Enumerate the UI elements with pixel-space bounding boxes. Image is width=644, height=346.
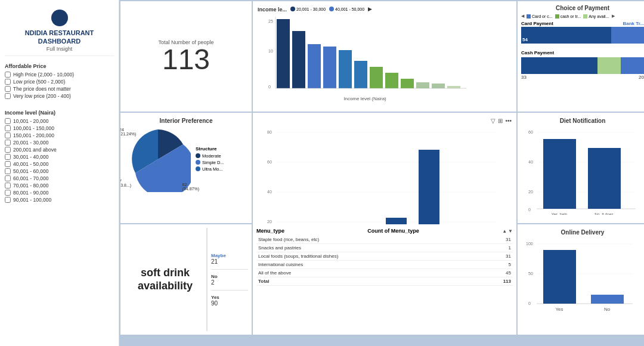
foodtaste-toolbar: ▽ ⊞ ••• (258, 118, 512, 124)
pie-dot-moderate (196, 153, 200, 158)
payment-legend: ◀ Card or c... cash or tr... Any avail..… (521, 14, 644, 18)
softdrink-text: soft drink availability (124, 267, 206, 292)
svg-text:50: 50 (528, 271, 533, 276)
income-filter: Income level (Naira) 10,001 - 20,000 100… (5, 107, 114, 206)
svg-text:60: 60 (528, 130, 533, 134)
svg-rect-46 (588, 148, 621, 209)
svg-text:40: 40 (267, 190, 272, 194)
svg-rect-6 (323, 47, 336, 88)
menu-count-3: 31 (482, 252, 513, 261)
softdrink-no: No 2 (211, 274, 248, 286)
online-delivery-card: Online Delivery 100 50 0 Yes No (518, 224, 644, 335)
svg-text:25: 25 (268, 19, 273, 23)
menu-count-1: 31 (482, 236, 513, 244)
affordable-check-3[interactable] (5, 86, 11, 92)
payment-legend-dot-1 (527, 14, 531, 18)
income-legend-1: 20,001 - 30,000 (290, 6, 326, 12)
filter-icon[interactable]: ▽ (491, 118, 496, 124)
income-bar-chart: 25 10 0 Income (258, 14, 508, 103)
sidebar-title: NDIDIA RESTAURANT DASHBOARD (5, 29, 114, 46)
pie-legend-simple: Simple D... (196, 160, 224, 165)
income-filter-label: Income level (Naira) (5, 110, 114, 116)
svg-text:40: 40 (528, 160, 533, 164)
cash-payment-label: Cash Payment (521, 50, 554, 55)
income-legend-dot-2 (329, 7, 334, 11)
payment-card: Choice of Payment ◀ Card or c... cash or… (518, 1, 644, 112)
pie-dot-ultra (196, 166, 200, 171)
svg-text:20: 20 (528, 190, 533, 194)
menu-total-label: Total (256, 277, 482, 286)
affordable-option-1[interactable]: High Price (2,000 - 10,000) (5, 72, 114, 78)
expand-icon[interactable]: ⊞ (498, 118, 503, 124)
dashboard: NDIDIA RESTAURANT DASHBOARD Full Insight… (0, 0, 644, 346)
svg-text:No: No (604, 307, 611, 312)
cash-payment-bars (521, 57, 644, 74)
online-chart-svg: 100 50 0 Yes No (522, 238, 642, 330)
cash-num-33: 33 (521, 75, 527, 80)
menu-item-3: Local foods (soups, traditional dishes) (256, 252, 482, 261)
pie-dot-simple (196, 160, 200, 165)
svg-text:0: 0 (268, 85, 271, 89)
affordable-label-3: The price does not matter (13, 86, 71, 92)
svg-text:60: 60 (267, 160, 272, 164)
income-chart-card: Income le... 20,001 - 30,000 40,001 - 50… (253, 1, 516, 112)
payment-legend-dot-2 (555, 14, 559, 18)
svg-rect-10 (385, 73, 398, 88)
softdrink-layout: soft drink availability Maybe 21 No 2 Ye… (124, 228, 248, 331)
bank-tr-label: Bank Tr... (623, 21, 644, 26)
cash-bar-2 (597, 57, 621, 74)
svg-text:80: 80 (267, 130, 272, 134)
pie-chart-wrapper: 24(21.24%) 62(54.87%) 27(23.8...) (125, 126, 191, 192)
svg-rect-7 (339, 50, 352, 88)
pie-chart-svg (125, 126, 191, 192)
card-bar-1: 54 (521, 27, 611, 44)
affordable-check-4[interactable] (5, 93, 11, 99)
online-title: Online Delivery (522, 229, 643, 236)
pie-container: 24(21.24%) 62(54.87%) 27(23.8...) Struct… (125, 126, 247, 192)
svg-rect-75 (591, 295, 624, 304)
sidebar-header: NDIDIA RESTAURANT DASHBOARD Full Insight (5, 6, 114, 56)
svg-text:No, It does: No, It does (595, 212, 614, 215)
svg-rect-14 (447, 86, 460, 88)
menu-scroll-down[interactable]: ▼ (508, 228, 513, 234)
menu-row-4: International cuisines 5 (256, 261, 513, 269)
svg-rect-45 (543, 139, 576, 209)
menu-count-4: 5 (482, 261, 513, 269)
svg-text:Yes, help: Yes, help (552, 212, 568, 215)
svg-rect-11 (401, 79, 414, 88)
total-people-card: Total Number of people 113 (120, 1, 252, 112)
affordable-check-2[interactable] (5, 79, 11, 85)
payment-legend-1: Card or c... (527, 14, 553, 18)
menu-row-3: Local foods (soups, traditional dishes) … (256, 252, 513, 261)
affordable-filter-label: Affordable Price (5, 63, 114, 69)
menu-row-5: All of the above 45 (256, 269, 513, 277)
svg-rect-13 (432, 84, 445, 88)
card-payment-row: Card Payment Bank Tr... 54 (521, 21, 644, 44)
affordable-filter: Affordable Price High Price (2,000 - 10,… (5, 61, 114, 103)
svg-rect-74 (543, 250, 576, 304)
menu-row-1: Staple food (rice, beans, etc) 31 (256, 236, 513, 244)
svg-rect-12 (416, 82, 429, 88)
svg-text:100: 100 (526, 242, 533, 246)
sidebar-subtitle: Full Insight (5, 46, 114, 52)
pie-legend-moderate: Moderate (196, 153, 224, 159)
diet-card: Diet Notification 60 40 20 0 Yes, help k… (518, 113, 644, 223)
sidebar: NDIDIA RESTAURANT DASHBOARD Full Insight… (0, 0, 119, 346)
menu-total-row: Total 113 (256, 277, 513, 286)
cash-payment-row: Cash Payment 33 20 (521, 46, 644, 80)
main-grid: Total Number of people 113 Income le... … (119, 0, 644, 346)
income-legend-more[interactable]: ▶ (368, 6, 372, 12)
total-number: 113 (162, 45, 210, 74)
cash-num-20: 20 (639, 75, 644, 80)
svg-text:Yes: Yes (555, 307, 563, 312)
affordable-check-1[interactable] (5, 72, 11, 78)
more-icon[interactable]: ••• (505, 118, 512, 124)
income-legend-2: 40,001 - 50,000 (329, 6, 364, 12)
card-payment-bars: 54 (521, 27, 644, 44)
affordable-option-3[interactable]: The price does not matter (5, 86, 114, 92)
affordable-option-4[interactable]: Very low price (200 - 400) (5, 93, 114, 99)
affordable-option-2[interactable]: Low price (500 - 2,000) (5, 79, 114, 85)
menu-title: Menu_type (256, 228, 284, 234)
menu-scroll-up[interactable]: ▲ (502, 228, 507, 234)
svg-rect-3 (277, 19, 290, 88)
